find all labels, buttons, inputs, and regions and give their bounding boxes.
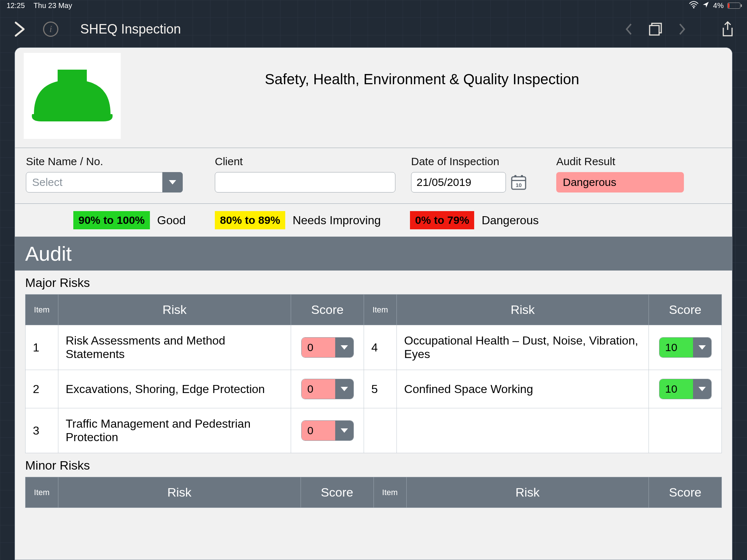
th-score-2: Score bbox=[649, 295, 722, 325]
th-risk-2: Risk bbox=[406, 477, 649, 508]
date-input[interactable]: 21/05/2019 bbox=[411, 172, 506, 192]
major-risks-table: Item Risk Score Item Risk Score 1Risk As… bbox=[25, 294, 722, 453]
chevron-down-icon bbox=[335, 338, 353, 357]
chevron-down-icon bbox=[335, 421, 353, 440]
legend-bad: 0% to 79% Dangerous bbox=[410, 211, 539, 229]
result-field: Audit Result Dangerous bbox=[556, 155, 721, 192]
score-select[interactable]: 0 bbox=[301, 379, 354, 399]
legend-bad-range: 0% to 79% bbox=[410, 211, 474, 229]
client-input[interactable] bbox=[215, 172, 395, 192]
location-icon bbox=[702, 1, 709, 10]
minor-risks-table: Item Risk Score Item Risk Score bbox=[25, 477, 722, 508]
chevron-down-icon bbox=[335, 379, 353, 399]
status-time: 12:25 bbox=[7, 1, 25, 10]
svg-point-6 bbox=[514, 175, 516, 177]
chevron-down-icon bbox=[162, 172, 183, 192]
legend-mid-range: 80% to 89% bbox=[215, 211, 285, 229]
item-number: 3 bbox=[26, 408, 58, 453]
client-label: Client bbox=[215, 155, 405, 168]
score-value: 0 bbox=[302, 379, 335, 399]
pages-icon[interactable] bbox=[647, 21, 664, 38]
risk-name: Occupational Health – Dust, Noise, Vibra… bbox=[397, 325, 649, 370]
th-item-2: Item bbox=[374, 477, 406, 508]
battery-percent: 4% bbox=[713, 1, 724, 10]
legend-good: 90% to 100% Good bbox=[73, 211, 186, 229]
score-select[interactable]: 10 bbox=[659, 379, 712, 399]
audit-result-badge: Dangerous bbox=[556, 172, 684, 192]
form-title: Safety, Health, Environment & Quality In… bbox=[121, 71, 723, 88]
share-button[interactable] bbox=[719, 21, 736, 38]
svg-text:10: 10 bbox=[516, 182, 522, 188]
risk-name: Traffic Management and Pedestrian Protec… bbox=[58, 408, 291, 453]
svg-point-7 bbox=[521, 175, 523, 177]
item-number: 5 bbox=[364, 370, 397, 408]
site-label: Site Name / No. bbox=[26, 155, 208, 168]
score-value: 0 bbox=[302, 338, 335, 357]
hardhat-icon bbox=[30, 67, 114, 125]
legend-good-label: Good bbox=[157, 214, 186, 227]
svg-rect-2 bbox=[650, 26, 659, 35]
back-button[interactable] bbox=[11, 20, 28, 38]
form-fields: Site Name / No. Select Client Date of In… bbox=[15, 148, 732, 204]
legend-bad-label: Dangerous bbox=[481, 214, 539, 227]
legend-mid-label: Needs Improving bbox=[293, 214, 381, 227]
score-value: 10 bbox=[659, 379, 693, 399]
client-field: Client bbox=[215, 155, 405, 192]
table-row: 3Traffic Management and Pedestrian Prote… bbox=[26, 408, 722, 453]
item-number: 4 bbox=[364, 325, 397, 370]
page-title: SHEQ Inspection bbox=[80, 22, 181, 37]
table-row: 2Excavations, Shoring, Edge Protection 0… bbox=[26, 370, 722, 408]
info-icon[interactable]: i bbox=[43, 22, 58, 37]
prev-page-button[interactable] bbox=[620, 21, 637, 38]
legend-good-range: 90% to 100% bbox=[73, 211, 150, 229]
site-select-placeholder: Select bbox=[32, 176, 62, 188]
date-label: Date of Inspection bbox=[411, 155, 550, 168]
svg-point-0 bbox=[693, 7, 694, 8]
risk-name: Excavations, Shoring, Edge Protection bbox=[58, 370, 291, 408]
svg-rect-3 bbox=[58, 70, 64, 95]
calendar-icon[interactable]: 10 bbox=[510, 174, 527, 191]
form-header: Safety, Health, Environment & Quality In… bbox=[15, 48, 732, 148]
chevron-down-icon bbox=[693, 338, 711, 357]
risk-name bbox=[397, 408, 649, 453]
date-field: Date of Inspection 21/05/2019 10 bbox=[411, 155, 550, 192]
result-label: Audit Result bbox=[556, 155, 721, 168]
th-risk: Risk bbox=[58, 295, 291, 325]
status-bar: 12:25 Thu 23 May 4% bbox=[0, 0, 747, 11]
score-value: 10 bbox=[659, 338, 693, 357]
legend-mid: 80% to 89% Needs Improving bbox=[215, 211, 381, 229]
risk-name: Risk Assessments and Method Statements bbox=[58, 325, 291, 370]
score-select[interactable]: 10 bbox=[659, 337, 712, 358]
app-navbar: i SHEQ Inspection bbox=[0, 11, 747, 47]
th-score: Score bbox=[291, 295, 364, 325]
battery-icon bbox=[727, 3, 740, 9]
chevron-down-icon bbox=[693, 379, 711, 399]
th-score-2: Score bbox=[649, 477, 722, 508]
risk-name: Confined Space Working bbox=[397, 370, 649, 408]
th-score: Score bbox=[301, 477, 374, 508]
th-risk-2: Risk bbox=[397, 295, 649, 325]
minor-risks-heading: Minor Risks bbox=[15, 453, 732, 477]
status-date: Thu 23 May bbox=[34, 1, 72, 10]
next-page-button[interactable] bbox=[674, 21, 691, 38]
th-item: Item bbox=[26, 477, 58, 508]
form-card: Safety, Health, Environment & Quality In… bbox=[15, 47, 732, 560]
th-risk: Risk bbox=[58, 477, 301, 508]
score-value: 0 bbox=[302, 421, 335, 440]
th-item: Item bbox=[26, 295, 58, 325]
score-select[interactable]: 0 bbox=[301, 420, 354, 441]
major-risks-heading: Major Risks bbox=[15, 271, 732, 294]
item-number: 1 bbox=[26, 325, 58, 370]
site-field: Site Name / No. Select bbox=[26, 155, 208, 192]
audit-section-header: Audit bbox=[15, 237, 732, 271]
site-select[interactable]: Select bbox=[26, 172, 183, 192]
th-item-2: Item bbox=[364, 295, 397, 325]
wifi-icon bbox=[689, 1, 698, 10]
item-number: 2 bbox=[26, 370, 58, 408]
logo bbox=[24, 53, 121, 139]
svg-rect-4 bbox=[80, 70, 87, 95]
score-select[interactable]: 0 bbox=[301, 337, 354, 358]
item-number bbox=[364, 408, 397, 453]
score-legend: 90% to 100% Good 80% to 89% Needs Improv… bbox=[15, 204, 732, 237]
table-row: 1Risk Assessments and Method Statements … bbox=[26, 325, 722, 370]
